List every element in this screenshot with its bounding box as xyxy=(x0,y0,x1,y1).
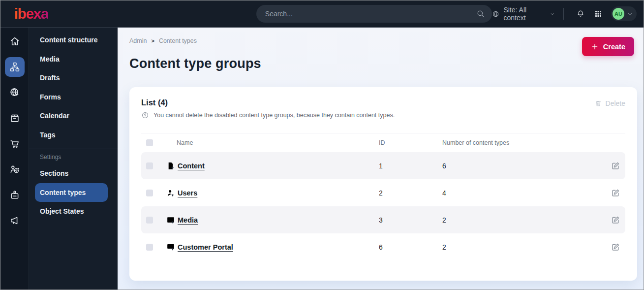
user-menu[interactable]: AU xyxy=(611,6,637,21)
avatar: AU xyxy=(613,8,624,20)
edit-button[interactable] xyxy=(611,188,620,198)
group-count: 2 xyxy=(442,243,611,251)
breadcrumb-admin[interactable]: Admin xyxy=(129,37,147,44)
user-menu-chevron-icon xyxy=(627,11,633,17)
edit-button[interactable] xyxy=(611,215,620,225)
marketing-megaphone-icon[interactable] xyxy=(5,211,25,230)
group-id: 2 xyxy=(379,189,442,197)
site-context-selector[interactable]: Site: All context xyxy=(503,6,546,22)
group-name-link[interactable]: Media xyxy=(178,216,198,224)
group-id: 1 xyxy=(379,162,442,170)
sidebar-item-object-states[interactable]: Object States xyxy=(29,202,118,221)
row-checkbox[interactable] xyxy=(146,217,153,224)
column-count: Number of content types xyxy=(442,139,611,146)
content-type-groups-panel: List (4) Delete You cannot delete the di… xyxy=(129,87,637,281)
row-checkbox[interactable] xyxy=(146,162,153,169)
site-context-globe-icon xyxy=(492,10,499,18)
breadcrumb: Admin > Content types xyxy=(129,37,637,44)
product-catalog-icon[interactable] xyxy=(5,108,25,128)
admin-badge-icon[interactable] xyxy=(5,185,25,205)
table-row: Content16 xyxy=(141,152,625,179)
main-content: Admin > Content types Create Content typ… xyxy=(118,28,644,290)
plus-icon xyxy=(591,43,599,51)
group-count: 6 xyxy=(442,162,611,170)
edit-button[interactable] xyxy=(611,242,620,252)
sidebar-item-content-structure[interactable]: Content structure xyxy=(29,31,118,50)
content-type-groups-table: Name ID Number of content types Content1… xyxy=(141,133,625,260)
list-title: List (4) xyxy=(141,98,168,107)
group-name-link[interactable]: Users xyxy=(178,189,197,197)
info-message: You cannot delete the disabled content t… xyxy=(141,111,625,119)
monitor-icon xyxy=(166,242,176,252)
sidebar-item-tags[interactable]: Tags xyxy=(29,126,118,145)
sidebar-menu-main: Content structureMediaDraftsFormsCalenda… xyxy=(29,31,118,144)
sidebar-item-forms[interactable]: Forms xyxy=(29,88,118,107)
row-checkbox[interactable] xyxy=(146,190,153,196)
home-icon[interactable] xyxy=(5,32,25,51)
breadcrumb-current: Content types xyxy=(159,37,197,44)
search-icon[interactable] xyxy=(476,9,485,18)
notifications-bell-icon[interactable] xyxy=(576,9,585,19)
select-all-checkbox[interactable] xyxy=(146,139,153,146)
create-button[interactable]: Create xyxy=(582,37,634,56)
menu-section-label: Settings xyxy=(29,150,118,164)
ibexa-logo[interactable]: ibexa xyxy=(14,6,48,21)
file-icon xyxy=(166,161,176,171)
sidebar-menu-settings: SectionsContent typesObject States xyxy=(29,164,118,221)
topbar-divider xyxy=(563,8,564,20)
table-row: Users24 xyxy=(141,179,625,206)
sidebar-menu: Content structureMediaDraftsFormsCalenda… xyxy=(29,28,118,290)
group-count: 2 xyxy=(442,216,611,224)
column-name: Name xyxy=(177,139,379,146)
group-id: 3 xyxy=(379,216,442,224)
table-row: Media32 xyxy=(141,206,625,233)
column-id: ID xyxy=(379,139,442,146)
menu-divider xyxy=(29,149,118,149)
sidebar-rail xyxy=(0,28,29,290)
chevron-down-icon[interactable] xyxy=(550,11,555,17)
group-name-link[interactable]: Content xyxy=(178,162,205,170)
content-structure-icon[interactable] xyxy=(5,57,25,77)
global-search[interactable] xyxy=(256,5,492,23)
table-header: Name ID Number of content types xyxy=(141,133,625,152)
site-globe-icon[interactable] xyxy=(5,83,25,102)
topbar: ibexa Site: All context AU xyxy=(0,0,644,28)
app-switcher-grid-icon[interactable] xyxy=(594,9,603,19)
sidebar-item-media[interactable]: Media xyxy=(29,50,118,69)
personalization-target-icon[interactable] xyxy=(5,160,25,179)
row-checkbox[interactable] xyxy=(146,244,153,251)
sidebar-item-drafts[interactable]: Drafts xyxy=(29,68,118,88)
breadcrumb-separator: > xyxy=(151,38,154,44)
question-circle-icon xyxy=(141,111,149,119)
group-name-link[interactable]: Customer Portal xyxy=(178,243,233,251)
delete-button[interactable]: Delete xyxy=(594,99,625,107)
search-input[interactable] xyxy=(265,10,476,18)
sidebar-item-calendar[interactable]: Calendar xyxy=(29,106,118,126)
edit-button[interactable] xyxy=(611,161,620,171)
image-icon xyxy=(166,215,176,225)
sidebar-item-content-types[interactable]: Content types xyxy=(35,183,108,202)
table-body: Content16Users24Media32Customer Portal62 xyxy=(141,152,625,260)
group-count: 4 xyxy=(442,189,611,197)
trash-icon xyxy=(594,99,602,107)
group-id: 6 xyxy=(379,243,442,251)
commerce-cart-icon[interactable] xyxy=(5,134,25,154)
page-title: Content type groups xyxy=(129,56,637,71)
table-row: Customer Portal62 xyxy=(141,233,625,260)
sidebar-item-sections[interactable]: Sections xyxy=(29,164,118,183)
user-icon xyxy=(166,188,176,198)
